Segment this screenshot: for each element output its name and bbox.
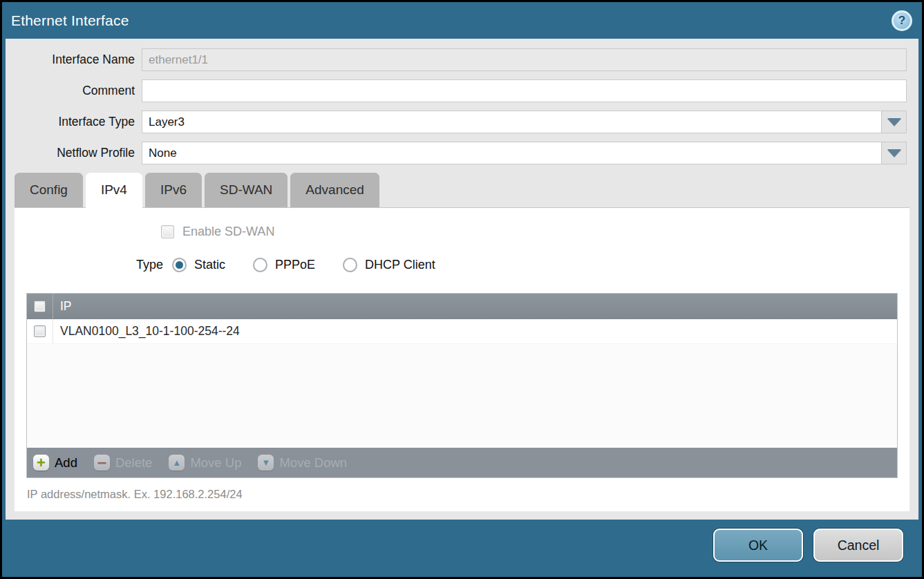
dialog-frame: Ethernet Interface ? Interface Name Comm… [2,2,922,577]
interface-form: Interface Name Comment Interface Type [6,39,918,164]
enable-sdwan-checkbox [161,225,174,238]
netflow-profile-label: Netflow Profile [6,146,142,160]
form-row-netflow-profile: Netflow Profile None [6,142,907,164]
delete-button: − Delete [94,455,152,471]
table-row[interactable]: VLAN0100_L3_10-1-100-254--24 [27,319,897,344]
radio-dhcp-client-label: DHCP Client [365,258,435,272]
help-glyph: ? [898,14,905,28]
radio-pppoe[interactable] [253,258,267,272]
radio-static[interactable] [172,258,187,272]
ip-column-header: IP [53,299,72,314]
minus-icon: − [94,455,110,471]
dialog-titlebar: Ethernet Interface ? [2,2,922,39]
interface-type-label: Interface Type [6,115,142,129]
tab-bar: Config IPv4 IPv6 SD-WAN Advanced [15,173,918,207]
move-down-button: ▼ Move Down [258,455,347,471]
form-row-interface-type: Interface Type Layer3 [6,111,907,133]
enable-sdwan-label: Enable SD-WAN [182,225,274,239]
tab-config[interactable]: Config [15,173,83,207]
radio-dhcp-client[interactable] [343,258,357,272]
ethernet-interface-dialog: Ethernet Interface ? Interface Name Comm… [0,0,924,579]
form-row-comment: Comment [6,79,907,102]
dialog-body: Interface Name Comment Interface Type [6,39,918,520]
dialog-footer: OK Cancel [2,520,922,577]
enable-sdwan-row: Enable SD-WAN [15,208,909,240]
ip-table-body: VLAN0100_L3_10-1-100-254--24 [27,319,897,448]
ip-table-toolbar: + Add − Delete ▲ Move Up ▼ [27,448,897,477]
interface-type-dropdown-button[interactable] [881,111,906,133]
interface-type-dropdown[interactable]: Layer3 [142,111,907,133]
arrow-up-icon: ▲ [169,455,185,471]
arrow-down-icon: ▼ [258,455,274,471]
select-all-checkbox[interactable] [34,301,46,312]
tab-advanced[interactable]: Advanced [290,173,379,207]
interface-name-label: Interface Name [6,53,142,67]
interface-type-value: Layer3 [142,111,881,133]
type-label: Type [136,258,163,272]
interface-name-field [142,48,907,71]
chevron-down-icon [887,149,901,157]
form-row-interface-name: Interface Name [6,48,907,71]
row-ip-value: VLAN0100_L3_10-1-100-254--24 [53,324,240,339]
radio-static-label: Static [194,258,225,272]
netflow-profile-dropdown[interactable]: None [142,142,907,164]
ipv4-tab-panel: Enable SD-WAN Type Static PPPoE DHCP Cli… [15,207,909,511]
move-up-button: ▲ Move Up [169,455,241,471]
ip-table: IP VLAN0100_L3_10-1-100-254--24 + [26,293,898,478]
add-button[interactable]: + Add [33,455,77,471]
tab-ipv4[interactable]: IPv4 [86,173,142,208]
comment-label: Comment [6,84,142,98]
dialog-title: Ethernet Interface [11,2,129,39]
comment-field[interactable] [142,79,907,102]
type-radio-group: Type Static PPPoE DHCP Client [136,258,909,272]
tab-ipv6[interactable]: IPv6 [145,173,202,207]
chevron-down-icon [887,118,901,126]
add-button-label: Add [55,455,77,471]
row-checkbox[interactable] [34,325,46,337]
ip-helper-text: IP address/netmask. Ex. 192.168.2.254/24 [27,488,909,501]
netflow-profile-dropdown-button[interactable] [881,142,906,164]
delete-button-label: Delete [115,455,152,471]
ip-table-header: IP [27,294,897,319]
plus-icon: + [33,455,49,471]
select-all-cell [27,294,53,319]
help-icon[interactable]: ? [892,10,912,31]
tab-sd-wan[interactable]: SD-WAN [205,173,287,207]
row-checkbox-cell [27,319,53,343]
radio-pppoe-label: PPPoE [275,258,315,272]
ok-button[interactable]: OK [713,529,803,562]
move-up-button-label: Move Up [190,455,241,471]
move-down-button-label: Move Down [279,455,347,471]
cancel-button[interactable]: Cancel [813,529,903,562]
netflow-profile-value: None [142,142,881,164]
